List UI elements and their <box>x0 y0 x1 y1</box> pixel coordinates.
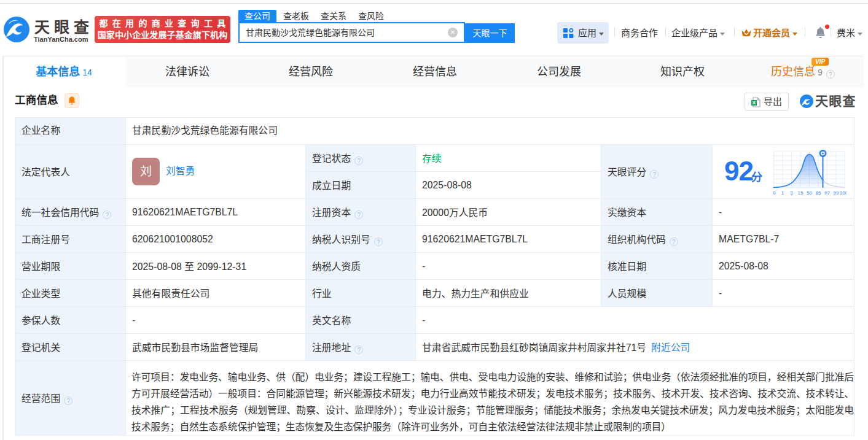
svg-text:50: 50 <box>807 190 812 195</box>
svg-text:85: 85 <box>816 190 821 195</box>
svg-text:99: 99 <box>834 190 839 195</box>
svg-text:97: 97 <box>824 190 830 195</box>
svg-text:3: 3 <box>790 190 793 195</box>
svg-text:X: X <box>753 100 756 106</box>
svg-text:1: 1 <box>781 190 784 195</box>
svg-text:0: 0 <box>773 190 776 195</box>
svg-text:100: 100 <box>840 190 846 195</box>
svg-text:15: 15 <box>798 190 803 195</box>
